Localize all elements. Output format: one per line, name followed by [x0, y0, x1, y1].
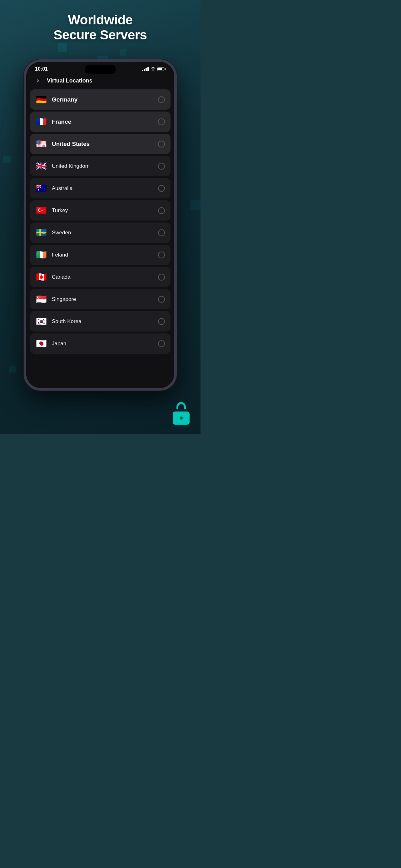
wifi-icon	[150, 67, 156, 72]
location-name-ireland: Ireland	[52, 252, 153, 258]
radio-ireland[interactable]	[158, 251, 165, 258]
flag-canada: 🇨🇦	[36, 272, 47, 282]
flag-ireland: 🇮🇪	[36, 250, 47, 260]
location-name-germany: Germany	[52, 96, 153, 103]
radio-united-kingdom[interactable]	[158, 163, 165, 170]
flag-singapore: 🇸🇬	[36, 294, 47, 304]
location-item-france[interactable]: 🇫🇷France	[30, 112, 170, 132]
location-name-canada: Canada	[52, 274, 153, 280]
radio-sweden[interactable]	[158, 229, 165, 236]
location-item-sweden[interactable]: 🇸🇪Sweden	[30, 222, 170, 243]
nav-title: Virtual Locations	[47, 78, 93, 84]
flag-united-kingdom: 🇬🇧	[36, 161, 47, 171]
location-name-united-states: United States	[52, 141, 153, 148]
radio-turkey[interactable]	[158, 207, 165, 214]
nav-bar: × Virtual Locations	[26, 74, 174, 89]
deco-square-1	[58, 43, 67, 52]
location-list: 🇩🇪Germany🇫🇷France🇺🇸United States🇬🇧United…	[26, 89, 174, 354]
location-item-japan[interactable]: 🇯🇵Japan	[30, 333, 170, 354]
radio-japan[interactable]	[158, 340, 165, 347]
bar3	[145, 68, 147, 71]
location-name-sweden: Sweden	[52, 230, 153, 236]
deco-square-4	[3, 156, 11, 163]
location-name-japan: Japan	[52, 341, 153, 347]
deco-square-2	[120, 50, 126, 56]
phone-screen: 10:01	[26, 62, 174, 388]
signal-bars-icon	[142, 67, 149, 71]
radio-singapore[interactable]	[158, 296, 165, 303]
location-item-australia[interactable]: 🇦🇺Australia	[30, 178, 170, 198]
radio-united-states[interactable]	[158, 141, 165, 148]
location-name-united-kingdom: United Kingdom	[52, 163, 153, 169]
hero-title: Worldwide Secure Servers	[0, 12, 201, 43]
flag-australia: 🇦🇺	[36, 183, 47, 193]
location-name-singapore: Singapore	[52, 296, 153, 303]
bar4	[147, 67, 149, 71]
flag-turkey: 🇹🇷	[36, 205, 47, 216]
status-icons	[142, 67, 166, 72]
flag-france: 🇫🇷	[36, 117, 47, 127]
location-item-south-korea[interactable]: 🇰🇷South Korea	[30, 311, 170, 332]
radio-australia[interactable]	[158, 185, 165, 192]
location-name-france: France	[52, 118, 153, 125]
dynamic-island	[85, 65, 116, 74]
battery-icon	[157, 67, 166, 71]
lock-icon	[171, 402, 191, 425]
deco-square-5	[191, 200, 201, 210]
bar2	[144, 69, 145, 71]
flag-south-korea: 🇰🇷	[36, 316, 47, 327]
location-item-united-states[interactable]: 🇺🇸United States	[30, 134, 170, 154]
location-item-ireland[interactable]: 🇮🇪Ireland	[30, 245, 170, 265]
lock-keyhole	[179, 416, 183, 420]
flag-germany: 🇩🇪	[36, 94, 47, 105]
location-name-australia: Australia	[52, 185, 153, 191]
flag-sweden: 🇸🇪	[36, 227, 47, 238]
lock-body	[173, 411, 190, 425]
radio-canada[interactable]	[158, 274, 165, 281]
location-item-germany[interactable]: 🇩🇪Germany	[30, 89, 170, 110]
lock-shackle	[176, 402, 186, 409]
bar1	[142, 70, 143, 71]
close-button[interactable]: ×	[34, 76, 42, 85]
location-item-united-kingdom[interactable]: 🇬🇧United Kingdom	[30, 156, 170, 176]
flag-united-states: 🇺🇸	[36, 139, 47, 149]
radio-france[interactable]	[158, 118, 165, 125]
location-name-turkey: Turkey	[52, 208, 153, 214]
phone-frame: 10:01	[24, 59, 177, 391]
location-name-south-korea: South Korea	[52, 318, 153, 324]
flag-japan: 🇯🇵	[36, 338, 47, 349]
radio-south-korea[interactable]	[158, 318, 165, 325]
battery-tip	[165, 68, 166, 70]
location-item-singapore[interactable]: 🇸🇬Singapore	[30, 289, 170, 309]
deco-square-6	[9, 366, 16, 372]
location-item-canada[interactable]: 🇨🇦Canada	[30, 267, 170, 287]
battery-fill	[158, 68, 162, 70]
location-item-turkey[interactable]: 🇹🇷Turkey	[30, 200, 170, 221]
battery-body	[157, 67, 164, 71]
radio-germany[interactable]	[158, 96, 165, 103]
status-time: 10:01	[35, 66, 48, 72]
